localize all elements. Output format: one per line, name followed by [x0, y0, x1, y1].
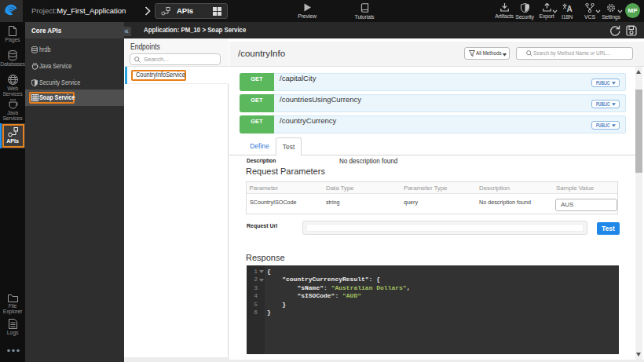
svg-text:A: A	[566, 5, 572, 13]
